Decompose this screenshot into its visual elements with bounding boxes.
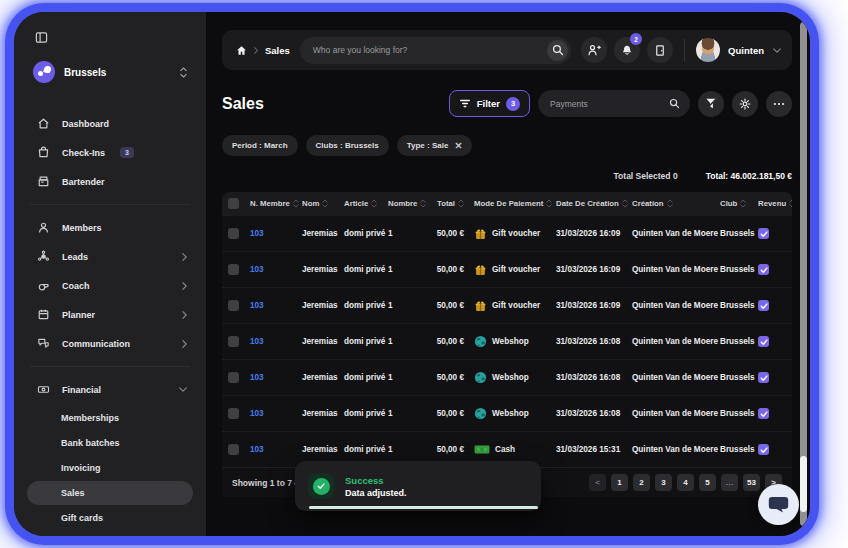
sort-icon[interactable] — [740, 199, 746, 208]
sort-icon[interactable] — [789, 199, 792, 208]
sidebar-subitem-orders[interactable]: Orders — [27, 531, 193, 536]
column-header-total[interactable]: Total — [428, 199, 474, 208]
revenue-checkbox[interactable] — [758, 228, 769, 239]
sort-icon[interactable] — [293, 199, 299, 208]
column-header-revenu[interactable]: Revenu — [758, 199, 784, 208]
payment-label: Gift voucher — [492, 229, 540, 238]
sidebar-subitem-invoicing[interactable]: Invoicing — [27, 456, 193, 480]
page-button-1[interactable]: 1 — [611, 474, 628, 491]
page-button-5[interactable]: 5 — [699, 474, 716, 491]
clear-filters-button[interactable] — [698, 91, 724, 117]
row-checkbox[interactable] — [228, 408, 239, 419]
sidebar-item-planner[interactable]: Planner — [14, 300, 206, 329]
payment-label: Cash — [495, 445, 515, 454]
cell-member-number[interactable]: 103 — [250, 409, 302, 418]
home-icon[interactable] — [236, 45, 247, 56]
row-checkbox[interactable] — [228, 372, 239, 383]
cell-total: 50,00 € — [428, 265, 474, 274]
prev-page-button[interactable]: < — [589, 474, 606, 491]
sidebar-collapse-icon[interactable] — [35, 31, 48, 44]
cell-member-number[interactable]: 103 — [250, 337, 302, 346]
workspace-selector[interactable]: Brussels — [14, 48, 206, 83]
revenue-checkbox[interactable] — [758, 408, 769, 419]
page-button-4[interactable]: 4 — [677, 474, 694, 491]
column-header-nombre[interactable]: Nombre — [388, 199, 428, 208]
sidebar-item-leads[interactable]: Leads — [14, 242, 206, 271]
sidebar-item-dashboard[interactable]: Dashboard — [14, 109, 206, 138]
select-all-checkbox[interactable] — [228, 198, 239, 209]
filter-chip-period-march[interactable]: Period : March — [222, 135, 298, 156]
column-header-date-de-cr-ation[interactable]: Date De Création — [556, 199, 632, 208]
row-checkbox[interactable] — [228, 336, 239, 347]
revenue-checkbox[interactable] — [758, 264, 769, 275]
row-checkbox[interactable] — [228, 300, 239, 311]
filter-button[interactable]: Filter 3 — [449, 90, 530, 117]
sort-icon[interactable] — [546, 199, 552, 208]
row-checkbox[interactable] — [228, 264, 239, 275]
revenue-checkbox[interactable] — [758, 336, 769, 347]
cell-member-number[interactable]: 103 — [250, 373, 302, 382]
settings-button[interactable] — [732, 91, 758, 117]
checkin-door-button[interactable] — [647, 37, 673, 63]
sidebar-item-communication[interactable]: Communication — [14, 329, 206, 358]
sidebar-subitem-sales[interactable]: Sales — [27, 481, 193, 505]
page-button-3[interactable]: 3 — [655, 474, 672, 491]
search-button[interactable] — [547, 40, 568, 61]
global-search[interactable] — [300, 37, 571, 64]
cell-member-number[interactable]: 103 — [250, 265, 302, 274]
chat-launcher-button[interactable] — [758, 484, 799, 525]
sidebar-item-bartender[interactable]: Bartender — [14, 167, 206, 196]
scrollbar-thumb[interactable] — [800, 456, 807, 512]
page-actions: Filter 3 — [449, 90, 792, 117]
sort-icon[interactable] — [667, 199, 673, 208]
filter-chip-type-sale[interactable]: Type : Sale✕ — [397, 135, 473, 156]
cell-total: 50,00 € — [428, 301, 474, 310]
column-header-cr-ation[interactable]: Création — [632, 199, 720, 208]
payments-search-input[interactable] — [550, 99, 663, 109]
scrollbar[interactable] — [800, 22, 807, 526]
sidebar-item-coach[interactable]: Coach — [14, 271, 206, 300]
sort-icon[interactable] — [622, 199, 628, 208]
sidebar-subitem-gift-cards[interactable]: Gift cards — [27, 506, 193, 530]
column-header-n-membre[interactable]: N. Membre — [250, 199, 302, 208]
cell-member-number[interactable]: 103 — [250, 229, 302, 238]
gift-voucher-icon — [474, 264, 487, 276]
cell-member-number[interactable]: 103 — [250, 301, 302, 310]
column-header-mode-de-paiement[interactable]: Mode De Paiement — [474, 199, 556, 208]
revenue-checkbox[interactable] — [758, 444, 769, 455]
row-checkbox[interactable] — [228, 444, 239, 455]
global-search-input[interactable] — [313, 45, 547, 55]
column-header-club[interactable]: Club — [720, 199, 758, 208]
more-options-button[interactable] — [766, 91, 792, 117]
sidebar-subitem-bank-batches[interactable]: Bank batches — [27, 431, 193, 455]
sort-icon[interactable] — [458, 199, 464, 208]
sidebar-item-label: Members — [62, 223, 102, 233]
cell-club: Brussels — [720, 337, 758, 346]
sidebar-item-check-ins[interactable]: Check-Ins3 — [14, 138, 206, 167]
revenue-checkbox[interactable] — [758, 372, 769, 383]
grand-total: Total: 46.002.181,50 € — [706, 171, 792, 181]
column-header-nom[interactable]: Nom — [302, 199, 344, 208]
sort-icon[interactable] — [371, 199, 377, 208]
cell-member-number[interactable]: 103 — [250, 445, 302, 454]
revenue-checkbox[interactable] — [758, 300, 769, 311]
add-member-button[interactable] — [581, 37, 607, 63]
sort-icon[interactable] — [322, 199, 328, 208]
payments-search[interactable] — [538, 90, 690, 117]
page-button-2[interactable]: 2 — [633, 474, 650, 491]
row-checkbox[interactable] — [228, 228, 239, 239]
sidebar-subitem-memberships[interactable]: Memberships — [27, 406, 193, 430]
cell-payment-method: Webshop — [474, 335, 556, 348]
filter-chip-clubs-brussels[interactable]: Clubs : Brussels — [306, 135, 389, 156]
sidebar-item-financial[interactable]: Financial — [14, 375, 206, 404]
user-menu[interactable]: Quinten — [696, 38, 782, 62]
chip-remove-icon[interactable]: ✕ — [454, 141, 462, 151]
chip-label: Period : March — [232, 141, 288, 150]
notifications-button[interactable]: 2 — [614, 37, 640, 63]
page-button-53[interactable]: 53 — [743, 474, 760, 491]
column-header-article[interactable]: Article — [344, 199, 388, 208]
sidebar-item-members[interactable]: Members — [14, 213, 206, 242]
table-row: 103Jeremiasdomi privé150,00 €Webshop31/0… — [222, 395, 792, 431]
sort-icon[interactable] — [420, 199, 426, 208]
toast-success[interactable]: Success Data adjusted. — [295, 461, 541, 511]
